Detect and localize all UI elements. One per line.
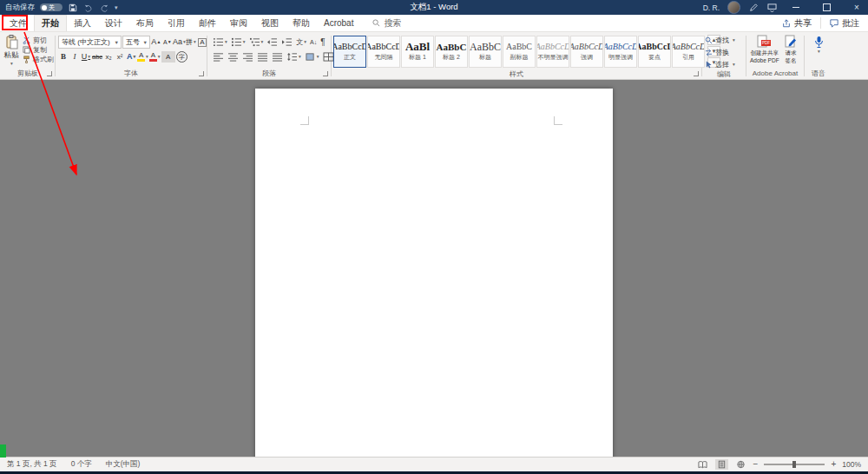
share-button[interactable]: 共享 (773, 15, 820, 31)
find-button[interactable]: 查找▾ (705, 36, 735, 45)
copy-button[interactable]: 复制 (23, 46, 54, 54)
align-left-button[interactable] (212, 51, 225, 63)
change-case-button[interactable]: Aa▾ (174, 36, 185, 48)
word-count[interactable]: 0 个字 (71, 459, 92, 470)
minimize-button[interactable] (785, 0, 807, 15)
phonetic-guide-button[interactable]: 拼▾ (186, 36, 196, 48)
strikethrough-button[interactable]: abc (92, 51, 102, 63)
multilevel-list-button[interactable]: ▾ (248, 36, 265, 48)
font-color-button[interactable]: A▾ (149, 51, 161, 63)
decrease-indent-button[interactable] (266, 36, 279, 48)
character-border-button[interactable]: A (197, 36, 207, 48)
tab-file[interactable]: 文件 (3, 15, 34, 31)
style-normal[interactable]: AaBbCcD正文 (333, 36, 366, 68)
character-shading-button[interactable]: A (161, 51, 175, 63)
zoom-slider-thumb[interactable] (792, 461, 796, 468)
zoom-out-button[interactable]: − (753, 460, 759, 469)
maximize-button[interactable] (815, 0, 838, 15)
italic-button[interactable]: I (69, 51, 80, 63)
style-subtle-emphasis[interactable]: AaBbCcD不明显强调 (536, 36, 569, 68)
font-name-combo[interactable]: 等线 (中文正文)▼ (58, 36, 122, 49)
autosave-state: 关 (49, 3, 55, 12)
close-button[interactable]: × (845, 0, 868, 15)
style-heading-2[interactable]: AaBbC标题 2 (435, 36, 468, 68)
font-size-combo[interactable]: 五号▼ (122, 36, 150, 49)
redo-icon[interactable] (99, 3, 109, 13)
quick-access-caret-icon[interactable]: ▾ (115, 4, 118, 11)
styles-dialog-launcher[interactable] (694, 71, 699, 76)
tab-references[interactable]: 引用 (161, 15, 192, 31)
grow-font-button[interactable]: A▲ (151, 36, 161, 48)
highlight-button[interactable]: A▾ (137, 51, 148, 63)
zoom-slider[interactable] (764, 464, 825, 465)
asian-layout-button[interactable]: 文▾ (295, 36, 307, 48)
autosave-toggle[interactable]: 关 (40, 3, 62, 11)
superscript-button[interactable]: x² (115, 51, 125, 63)
tab-home[interactable]: 开始 (34, 15, 67, 31)
shading-button[interactable]: ▾ (304, 51, 320, 63)
tab-layout[interactable]: 布局 (129, 15, 161, 31)
style-subtitle[interactable]: AaBbC副标题 (503, 36, 536, 68)
style-quote[interactable]: AaBbCcD引用 (672, 36, 705, 68)
print-layout-button[interactable] (715, 459, 728, 470)
search-box[interactable]: 搜索 (372, 15, 401, 31)
shrink-font-button[interactable]: A▼ (162, 36, 173, 48)
clipboard-dialog-launcher[interactable] (47, 71, 52, 76)
sort-button[interactable]: A↓ (309, 36, 318, 48)
style-intense-emphasis[interactable]: AaBbCcD明显强调 (604, 36, 637, 68)
format-painter-button[interactable]: 格式刷 (23, 56, 54, 63)
align-right-button[interactable] (241, 51, 254, 63)
increase-indent-button[interactable] (280, 36, 293, 48)
style-title[interactable]: AaBbC标题 (469, 36, 502, 68)
tab-insert[interactable]: 插入 (67, 15, 98, 31)
numbering-button[interactable]: ▾ (230, 36, 247, 48)
document-page[interactable] (255, 89, 613, 457)
read-mode-button[interactable] (696, 459, 709, 470)
enclose-characters-button[interactable]: 字 (176, 51, 187, 63)
tab-help[interactable]: 帮助 (286, 15, 317, 31)
paste-dropdown-icon[interactable]: ▾ (10, 62, 13, 67)
dictate-dropdown-icon[interactable]: ▾ (818, 49, 820, 55)
ribbon-display-options-icon[interactable] (766, 3, 777, 13)
style-heading-1[interactable]: AaBl标题 1 (401, 36, 434, 68)
select-button[interactable]: 选择▾ (705, 60, 735, 69)
justify-button[interactable] (256, 51, 269, 63)
font-dialog-launcher[interactable] (199, 71, 204, 76)
save-icon[interactable] (68, 3, 78, 13)
cut-button[interactable]: 剪切 (23, 36, 54, 44)
dictate-button[interactable]: ▾ (806, 33, 832, 55)
undo-icon[interactable] (83, 3, 94, 13)
zoom-in-button[interactable]: + (831, 460, 836, 469)
page-indicator[interactable]: 第 1 页, 共 1 页 (7, 459, 57, 470)
zoom-level[interactable]: 100% (842, 460, 861, 469)
tab-review[interactable]: 审阅 (223, 15, 254, 31)
document-canvas[interactable] (0, 80, 868, 457)
paste-button[interactable]: 粘贴 ▾ (2, 33, 21, 67)
subscript-button[interactable]: x₂ (103, 51, 114, 63)
align-center-button[interactable] (227, 51, 240, 63)
style-strong[interactable]: AaBbCcD要点 (638, 36, 671, 68)
paragraph-dialog-launcher[interactable] (323, 71, 328, 76)
text-effects-button[interactable]: A▾ (126, 51, 136, 63)
tab-acrobat[interactable]: Acrobat (317, 15, 360, 31)
web-layout-button[interactable] (734, 459, 747, 470)
pen-icon[interactable] (748, 3, 759, 13)
tab-view[interactable]: 视图 (254, 15, 286, 31)
request-signatures-button[interactable]: 请求 签名 (784, 35, 799, 64)
replace-button[interactable]: 替换 (705, 48, 735, 57)
create-share-pdf-button[interactable]: PDF 创建并共享 Adobe PDF (750, 35, 779, 64)
user-avatar[interactable] (727, 1, 740, 14)
language-indicator[interactable]: 中文(中国) (106, 459, 141, 470)
distribute-button[interactable] (271, 51, 284, 63)
show-formatting-marks-button[interactable]: ¶ (319, 36, 326, 48)
tab-mailings[interactable]: 邮件 (192, 15, 223, 31)
tab-design[interactable]: 设计 (98, 15, 129, 31)
bold-button[interactable]: B (58, 51, 69, 63)
style-no-spacing[interactable]: AaBbCcD无间隔 (367, 36, 400, 68)
format-painter-icon (23, 56, 30, 63)
bullets-button[interactable]: ▾ (212, 36, 228, 48)
line-spacing-button[interactable]: ▾ (286, 51, 302, 63)
comments-button[interactable]: 批注 (821, 15, 868, 31)
style-emphasis[interactable]: AaBbCcD强调 (570, 36, 603, 68)
underline-button[interactable]: U▾ (81, 51, 91, 63)
